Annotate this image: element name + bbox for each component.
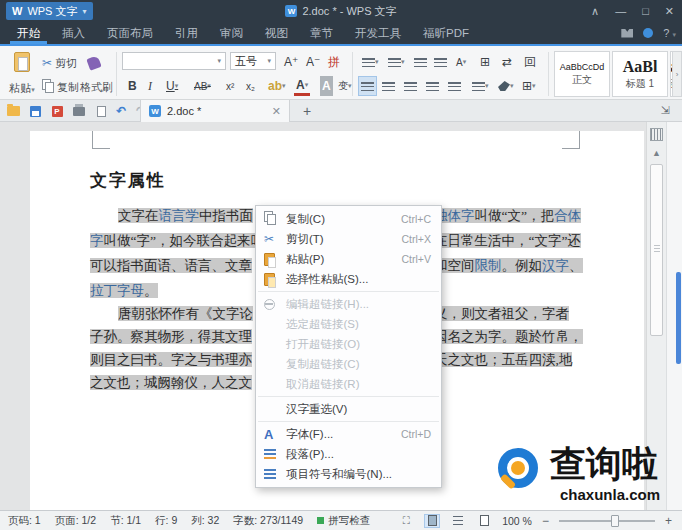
format-painter-button[interactable]: 格式刷 [80,78,113,96]
wps-app-menu-button[interactable]: W WPS 文字 ▾ [6,2,93,20]
style-正文[interactable]: AaBbCcDd正文 [554,51,610,97]
hyperlink[interactable]: 拉丁字母 [90,283,144,298]
export-pdf-button[interactable]: P [50,104,64,118]
frame-button[interactable]: 回 [522,52,538,72]
text-direction-button[interactable]: ⇄ [500,52,514,72]
underline-button[interactable]: U▾ [164,76,180,96]
scroll-up-icon[interactable]: ▲ [652,148,661,158]
bullets-button[interactable]: ▾ [360,52,381,72]
copy-icon [45,82,54,93]
help-button[interactable]: ? ▾ [663,27,676,39]
menu-item-粘贴[interactable]: 粘贴(P)Ctrl+V [256,249,441,269]
character-shading-button[interactable]: A [320,76,333,96]
menu-item-字体[interactable]: A字体(F)...Ctrl+D [256,424,441,444]
hyperlink[interactable]: 限制 [475,258,502,273]
character-scale-button[interactable]: A▾ [454,52,468,72]
bold-button[interactable]: B [126,76,139,96]
close-button[interactable]: ✕ [665,5,674,18]
styles-gallery-more-button[interactable]: › [672,51,682,97]
align-center-button[interactable] [380,76,397,96]
shrink-font-button[interactable]: A⁻ [304,52,322,72]
undo-button[interactable]: ↶ [114,104,128,118]
collapse-ribbon-icon[interactable]: ∧ [591,5,599,18]
align-left-button[interactable] [358,76,377,96]
ruler-toggle-icon[interactable] [650,128,663,141]
tab-视图[interactable]: 视图 [254,22,299,44]
table-grid-icon[interactable]: ⊞ [478,52,492,72]
superscript-button[interactable]: x² [224,76,236,96]
tab-页面布局[interactable]: 页面布局 [96,22,164,44]
text-segment: 叫做“字”，如今联合起来叫 [104,233,264,248]
tab-福昕PDF[interactable]: 福昕PDF [412,22,480,44]
menu-separator [258,291,439,292]
change-case-button[interactable]: 变▾ [336,76,354,96]
tab-开发工具[interactable]: 开发工具 [344,22,412,44]
align-right-button[interactable] [402,76,419,96]
minimize-button[interactable]: — [615,5,626,17]
borders-button[interactable]: ⊞▾ [520,76,538,96]
decrease-indent-button[interactable] [412,52,429,72]
distribute-button[interactable] [446,76,463,96]
increase-indent-button[interactable] [432,52,449,72]
justify-button[interactable] [424,76,441,96]
menu-item-剪切[interactable]: ✂剪切(T)Ctrl+X [256,229,441,249]
open-button[interactable] [6,104,20,118]
hyperlink[interactable]: 字 [90,233,104,248]
menu-item-段落[interactable]: 段落(P)... [256,444,441,464]
tab-插入[interactable]: 插入 [51,22,96,44]
shading-button[interactable]: ▾ [496,76,516,96]
zoom-out-button[interactable]: − [542,514,549,528]
menu-item-汉字重选[interactable]: 汉字重选(V) [256,399,441,419]
format-painter-icon-slot [88,54,100,72]
numbering-button[interactable]: ▾ [386,52,407,72]
menu-item-label: 打开超链接(O) [286,337,360,352]
hyperlink[interactable]: 汉字 [542,258,569,273]
outline-view-button[interactable] [450,514,466,528]
document-text-line: 义，则文者祖父，字者 [434,304,569,324]
new-tab-button[interactable]: + [298,102,316,120]
skin-icon[interactable] [621,29,633,38]
zoom-in-button[interactable]: + [665,514,672,528]
account-orb-icon[interactable] [643,28,653,38]
print-preview-button[interactable] [94,104,108,118]
copy-button[interactable]: 复制 [42,78,79,96]
subscript-button[interactable]: x₂ [244,76,257,96]
save-button[interactable] [28,104,42,118]
page-view-button[interactable] [424,514,440,528]
italic-button[interactable]: I [146,76,154,96]
tab-close-icon[interactable]: ✕ [272,105,281,118]
menu-item-项目符号和编号[interactable]: 项目符号和编号(N)... [256,464,441,484]
paste-button[interactable]: 粘贴▾ [6,50,38,98]
phonetic-guide-button[interactable]: 拼 [326,52,342,72]
grow-font-button[interactable]: A⁺ [282,52,300,72]
tab-开始[interactable]: 开始 [6,22,51,44]
highlight-color-button[interactable]: ab▾ [266,76,288,96]
text-segment: 。 [144,283,158,298]
print-button[interactable] [72,104,86,118]
strikethrough-button[interactable]: AB▾ [192,76,213,96]
zoom-slider-handle[interactable] [611,515,619,527]
task-pane-toggle-icon[interactable]: ⇲ [661,104,670,117]
hyperlink[interactable]: 合体 [554,208,581,223]
wps-writer-window: W WPS 文字 ▾ W 2.doc * - WPS 文字 ∧ — □ ✕ 开始… [0,0,682,530]
font-color-button[interactable]: A▾ [294,76,310,96]
text-segment: 义，则文者祖父，字者 [434,306,569,321]
tab-引用[interactable]: 引用 [164,22,209,44]
web-view-button[interactable] [476,514,492,528]
menu-item-label: 项目符号和编号(N)... [286,467,392,482]
style-标题 1[interactable]: AaBl标题 1 [612,51,668,97]
hyperlink[interactable]: 语言学 [159,208,200,223]
font-size-combo[interactable]: 五号▾ [230,52,276,70]
cut-button[interactable]: ✂ 剪切 [42,54,77,72]
fullscreen-view-button[interactable]: ⛶ [398,514,414,528]
scrollbar-thumb[interactable] [650,164,663,336]
maximize-button[interactable]: □ [642,5,649,17]
zoom-slider[interactable] [559,514,655,528]
font-name-combo[interactable]: ▾ [122,52,226,70]
tab-章节[interactable]: 章节 [299,22,344,44]
document-tab[interactable]: W 2.doc * ✕ [140,100,290,122]
line-spacing-button[interactable]: ▾ [470,76,491,96]
tab-审阅[interactable]: 审阅 [209,22,254,44]
menu-item-复制[interactable]: 复制(C)Ctrl+C [256,209,441,229]
menu-item-选择性粘贴[interactable]: 选择性粘贴(S)... [256,269,441,289]
